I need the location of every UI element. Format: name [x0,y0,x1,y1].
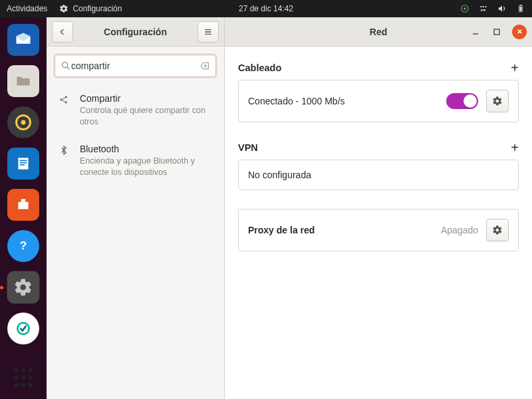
bluetooth-icon [59,144,70,178]
volume-icon[interactable] [497,4,507,13]
result-title: Compartir [80,93,212,104]
dock-writer[interactable] [7,148,39,180]
proxy-heading: Proxy de la red [248,225,433,235]
hamburger-button[interactable] [198,21,219,43]
svg-rect-11 [20,160,27,162]
support-icon[interactable] [460,4,469,13]
close-button[interactable] [512,25,527,39]
gear-icon [492,96,503,106]
svg-point-18 [65,96,67,98]
minimize-button[interactable] [469,26,481,38]
svg-point-2 [480,6,481,7]
back-button[interactable] [52,21,73,43]
dock-settings[interactable] [7,271,39,303]
svg-point-17 [61,99,63,101]
settings-icon [59,4,68,13]
vpn-card: No configurada [238,160,519,190]
result-bluetooth[interactable]: Bluetooth Encienda y apague Bluetooth y … [47,136,224,186]
share-icon [59,93,70,128]
wired-toggle[interactable] [446,93,478,109]
battery-icon[interactable] [516,4,525,13]
svg-rect-10 [18,158,28,169]
svg-rect-20 [494,29,499,35]
result-compartir[interactable]: Compartir Controla qué quiere compartir … [47,85,224,136]
svg-rect-12 [20,162,27,164]
vpn-heading: VPN [238,142,258,153]
wired-status: Conectado - 1000 Mb/s [248,96,438,106]
svg-point-1 [464,7,466,10]
dock-files[interactable] [7,65,39,97]
settings-main: Red Cableado + Conectado - 1000 Mb/s [225,17,532,399]
svg-point-9 [21,120,26,125]
dock: ? [0,17,47,399]
dock-remmina[interactable] [7,313,39,344]
clear-icon[interactable] [200,61,210,71]
show-apps-button[interactable] [7,362,39,394]
dock-help[interactable]: ? [7,230,39,262]
settings-sidebar: Configuración Compartir Controla q [47,17,225,399]
search-icon [61,61,71,71]
clock[interactable]: 27 de dic 14:42 [239,4,293,13]
add-vpn-button[interactable]: + [511,141,519,154]
app-menu[interactable]: Configuración [59,4,122,13]
settings-window: Configuración Compartir Controla q [47,17,532,399]
proxy-card[interactable]: Proxy de la red Apagado [238,209,519,251]
proxy-settings-button[interactable] [486,219,509,241]
wired-settings-button[interactable] [486,90,509,112]
svg-point-19 [65,102,67,104]
result-desc: Encienda y apague Bluetooth y conecte lo… [80,156,212,178]
page-title: Red [370,27,387,37]
result-title: Bluetooth [80,144,212,154]
svg-point-16 [63,63,68,68]
dock-software[interactable] [7,189,39,221]
maximize-button[interactable] [491,26,503,38]
add-wired-button[interactable]: + [511,61,519,74]
wired-card: Conectado - 1000 Mb/s [238,80,519,122]
vpn-status: No configurada [248,170,509,180]
top-bar: Actividades Configuración 27 de dic 14:4… [0,0,532,17]
network-icon[interactable] [479,4,488,13]
result-desc: Controla qué quiere compartir con otros [80,105,212,128]
proxy-status: Apagado [441,225,478,235]
wired-heading: Cableado [238,63,281,73]
svg-rect-7 [520,7,522,11]
dock-rhythmbox[interactable] [7,106,39,138]
search-box[interactable] [55,55,216,77]
svg-rect-13 [20,164,25,166]
dock-thunderbird[interactable] [7,24,39,56]
svg-text:?: ? [20,239,27,252]
activities-button[interactable]: Actividades [7,4,47,13]
gear-icon [492,225,503,235]
svg-rect-6 [520,5,521,5]
svg-point-4 [485,6,486,7]
search-input[interactable] [71,61,200,71]
svg-point-3 [483,6,484,7]
sidebar-title: Configuración [78,27,192,37]
